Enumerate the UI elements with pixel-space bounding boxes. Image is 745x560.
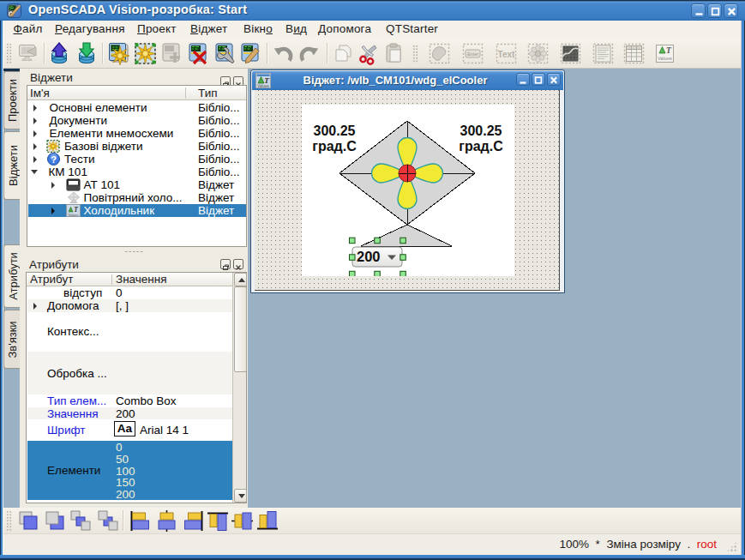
svg-text:Values: Values [658,56,672,61]
svg-text:Enter: Enter [467,51,478,57]
svg-text:град.С: град.С [312,139,357,154]
svg-text:Text: Text [498,50,515,59]
svg-text:200: 200 [357,249,381,264]
svg-text:Values: Values [257,83,269,87]
svg-text:?: ? [51,154,57,165]
svg-text:300.25: 300.25 [314,123,356,138]
svg-text:Values: Values [68,213,78,217]
svg-text:град.С: град.С [459,139,503,154]
svg-text:300.25: 300.25 [460,123,502,138]
